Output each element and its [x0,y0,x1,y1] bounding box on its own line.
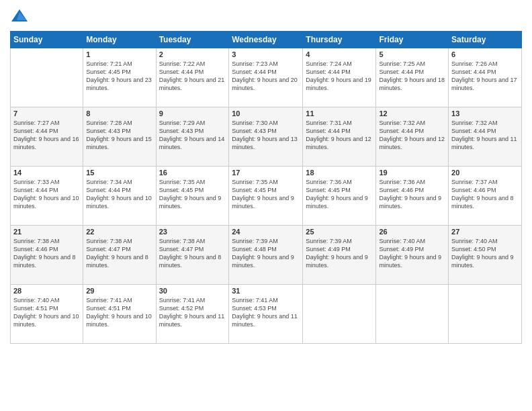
day-cell: 7Sunrise: 7:27 AMSunset: 4:44 PMDaylight… [11,107,83,167]
week-row-1: 7Sunrise: 7:27 AMSunset: 4:44 PMDaylight… [11,107,522,167]
weekday-row: SundayMondayTuesdayWednesdayThursdayFrid… [11,32,522,48]
day-info: Sunrise: 7:37 AMSunset: 4:46 PMDaylight:… [451,178,519,211]
day-cell: 16Sunrise: 7:35 AMSunset: 4:45 PMDayligh… [156,167,229,226]
weekday-wednesday: Wednesday [229,32,303,48]
day-cell [449,285,522,344]
day-info: Sunrise: 7:38 AMSunset: 4:46 PMDaylight:… [13,237,80,270]
day-cell: 9Sunrise: 7:29 AMSunset: 4:43 PMDaylight… [156,107,229,167]
day-cell: 28Sunrise: 7:40 AMSunset: 4:51 PMDayligh… [11,285,83,344]
day-number: 19 [379,169,445,177]
day-number: 20 [451,169,519,177]
day-number: 7 [13,109,80,118]
day-info: Sunrise: 7:23 AMSunset: 4:44 PMDaylight:… [232,60,300,93]
day-number: 14 [13,169,80,177]
calendar: SundayMondayTuesdayWednesdayThursdayFrid… [10,31,522,344]
day-number: 18 [306,169,373,177]
day-number: 12 [379,109,445,118]
day-cell: 10Sunrise: 7:30 AMSunset: 4:43 PMDayligh… [229,107,303,167]
day-cell: 29Sunrise: 7:41 AMSunset: 4:51 PMDayligh… [83,285,156,344]
weekday-monday: Monday [83,32,156,48]
logo-icon [10,7,29,26]
day-info: Sunrise: 7:32 AMSunset: 4:44 PMDaylight:… [451,119,519,152]
day-number: 31 [232,287,300,295]
day-number: 27 [451,228,519,236]
day-number: 21 [13,228,80,236]
week-row-0: 1Sunrise: 7:21 AMSunset: 4:45 PMDaylight… [11,48,522,107]
day-info: Sunrise: 7:26 AMSunset: 4:44 PMDaylight:… [451,60,519,93]
day-cell: 25Sunrise: 7:39 AMSunset: 4:49 PMDayligh… [303,226,376,285]
day-info: Sunrise: 7:41 AMSunset: 4:51 PMDaylight:… [86,296,152,329]
day-info: Sunrise: 7:33 AMSunset: 4:44 PMDaylight:… [13,178,80,211]
day-info: Sunrise: 7:29 AMSunset: 4:43 PMDaylight:… [159,119,226,152]
day-info: Sunrise: 7:36 AMSunset: 4:46 PMDaylight:… [379,178,445,211]
day-cell: 23Sunrise: 7:38 AMSunset: 4:47 PMDayligh… [156,226,229,285]
day-cell: 12Sunrise: 7:32 AMSunset: 4:44 PMDayligh… [376,107,449,167]
day-info: Sunrise: 7:24 AMSunset: 4:44 PMDaylight:… [306,60,373,93]
day-number: 13 [451,109,519,118]
day-info: Sunrise: 7:38 AMSunset: 4:47 PMDaylight:… [159,237,226,270]
day-info: Sunrise: 7:21 AMSunset: 4:45 PMDaylight:… [86,60,152,93]
day-info: Sunrise: 7:39 AMSunset: 4:49 PMDaylight:… [306,237,373,270]
day-info: Sunrise: 7:27 AMSunset: 4:44 PMDaylight:… [13,119,80,152]
day-cell [11,48,83,107]
day-number: 15 [86,169,152,177]
day-number: 17 [232,169,300,177]
day-info: Sunrise: 7:28 AMSunset: 4:43 PMDaylight:… [86,119,152,152]
day-cell: 15Sunrise: 7:34 AMSunset: 4:44 PMDayligh… [83,167,156,226]
day-cell: 11Sunrise: 7:31 AMSunset: 4:44 PMDayligh… [303,107,376,167]
day-number: 26 [379,228,445,236]
day-cell: 30Sunrise: 7:41 AMSunset: 4:52 PMDayligh… [156,285,229,344]
day-number: 11 [306,109,373,118]
calendar-body: 1Sunrise: 7:21 AMSunset: 4:45 PMDaylight… [11,48,522,344]
day-cell: 5Sunrise: 7:25 AMSunset: 4:44 PMDaylight… [376,48,449,107]
weekday-sunday: Sunday [11,32,83,48]
day-cell: 19Sunrise: 7:36 AMSunset: 4:46 PMDayligh… [376,167,449,226]
day-cell: 22Sunrise: 7:38 AMSunset: 4:47 PMDayligh… [83,226,156,285]
day-number: 8 [86,109,152,118]
day-cell: 26Sunrise: 7:40 AMSunset: 4:49 PMDayligh… [376,226,449,285]
day-number: 6 [451,50,519,58]
weekday-friday: Friday [376,32,449,48]
weekday-saturday: Saturday [449,32,522,48]
day-info: Sunrise: 7:39 AMSunset: 4:48 PMDaylight:… [232,237,300,270]
day-cell: 31Sunrise: 7:41 AMSunset: 4:53 PMDayligh… [229,285,303,344]
day-cell: 27Sunrise: 7:40 AMSunset: 4:50 PMDayligh… [449,226,522,285]
day-number: 28 [13,287,80,295]
day-cell: 17Sunrise: 7:35 AMSunset: 4:45 PMDayligh… [229,167,303,226]
day-number: 1 [86,50,152,58]
day-cell: 8Sunrise: 7:28 AMSunset: 4:43 PMDaylight… [83,107,156,167]
day-cell: 2Sunrise: 7:22 AMSunset: 4:44 PMDaylight… [156,48,229,107]
day-info: Sunrise: 7:35 AMSunset: 4:45 PMDaylight:… [232,178,300,211]
day-info: Sunrise: 7:31 AMSunset: 4:44 PMDaylight:… [306,119,373,152]
weekday-tuesday: Tuesday [156,32,229,48]
header [10,7,522,26]
day-info: Sunrise: 7:34 AMSunset: 4:44 PMDaylight:… [86,178,152,211]
day-cell [303,285,376,344]
day-cell: 20Sunrise: 7:37 AMSunset: 4:46 PMDayligh… [449,167,522,226]
day-cell: 24Sunrise: 7:39 AMSunset: 4:48 PMDayligh… [229,226,303,285]
day-number: 2 [159,50,226,58]
day-cell: 14Sunrise: 7:33 AMSunset: 4:44 PMDayligh… [11,167,83,226]
day-info: Sunrise: 7:40 AMSunset: 4:51 PMDaylight:… [13,296,80,329]
day-cell: 13Sunrise: 7:32 AMSunset: 4:44 PMDayligh… [449,107,522,167]
day-info: Sunrise: 7:41 AMSunset: 4:52 PMDaylight:… [159,296,226,329]
day-cell [376,285,449,344]
day-number: 5 [379,50,445,58]
weekday-thursday: Thursday [303,32,376,48]
day-number: 10 [232,109,300,118]
day-number: 30 [159,287,226,295]
day-number: 4 [306,50,373,58]
day-number: 24 [232,228,300,236]
day-cell: 18Sunrise: 7:36 AMSunset: 4:45 PMDayligh… [303,167,376,226]
day-number: 29 [86,287,152,295]
week-row-2: 14Sunrise: 7:33 AMSunset: 4:44 PMDayligh… [11,167,522,226]
day-number: 23 [159,228,226,236]
logo [10,7,32,26]
day-info: Sunrise: 7:41 AMSunset: 4:53 PMDaylight:… [232,296,300,329]
day-info: Sunrise: 7:36 AMSunset: 4:45 PMDaylight:… [306,178,373,211]
day-cell: 4Sunrise: 7:24 AMSunset: 4:44 PMDaylight… [303,48,376,107]
day-cell: 3Sunrise: 7:23 AMSunset: 4:44 PMDaylight… [229,48,303,107]
day-cell: 6Sunrise: 7:26 AMSunset: 4:44 PMDaylight… [449,48,522,107]
day-number: 25 [306,228,373,236]
day-number: 3 [232,50,300,58]
